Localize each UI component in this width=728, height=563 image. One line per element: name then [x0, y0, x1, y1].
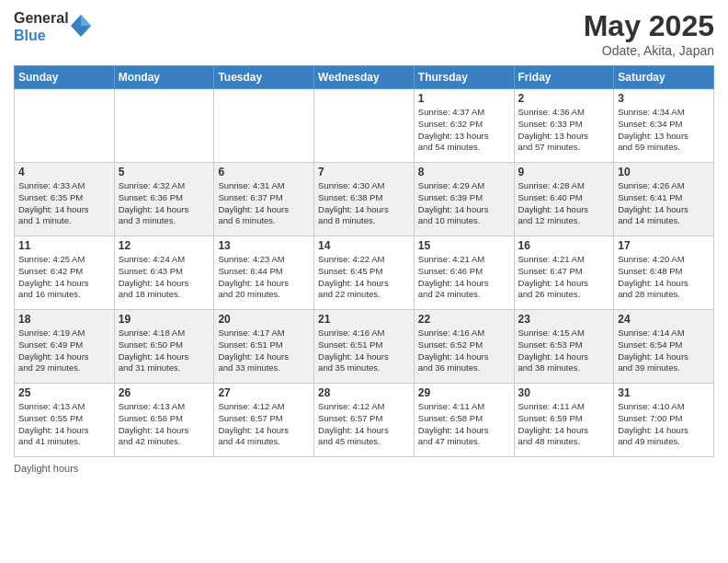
calendar-cell: 21Sunrise: 4:16 AMSunset: 6:51 PMDayligh…: [314, 310, 415, 384]
day-number: 18: [18, 313, 110, 326]
day-info: Daylight: 13 hours: [618, 131, 710, 143]
day-number: 30: [518, 386, 610, 399]
day-info: Daylight: 14 hours: [18, 425, 110, 437]
day-number: 23: [518, 313, 610, 326]
day-info: and 26 minutes.: [518, 289, 610, 301]
calendar-cell: 26Sunrise: 4:13 AMSunset: 6:56 PMDayligh…: [114, 384, 214, 457]
day-info: Sunset: 6:39 PM: [418, 192, 510, 204]
day-info: Sunrise: 4:21 AM: [418, 254, 510, 266]
day-info: Sunset: 6:47 PM: [518, 266, 610, 278]
day-info: Daylight: 14 hours: [318, 278, 410, 290]
day-info: Daylight: 14 hours: [618, 351, 710, 363]
calendar-cell: 10Sunrise: 4:26 AMSunset: 6:41 PMDayligh…: [614, 163, 714, 236]
header-monday: Monday: [114, 66, 214, 89]
day-number: 1: [418, 92, 510, 105]
day-info: Daylight: 14 hours: [218, 351, 310, 363]
day-number: 24: [618, 313, 710, 326]
day-info: and 47 minutes.: [418, 436, 510, 448]
calendar-week-3: 18Sunrise: 4:19 AMSunset: 6:49 PMDayligh…: [15, 310, 714, 384]
day-info: Daylight: 14 hours: [418, 425, 510, 437]
day-info: Sunrise: 4:13 AM: [119, 401, 210, 413]
day-info: Sunset: 6:51 PM: [318, 339, 410, 351]
day-number: 6: [218, 166, 310, 178]
day-number: 15: [418, 239, 510, 252]
day-info: Sunset: 6:50 PM: [119, 339, 210, 351]
day-number: 31: [618, 386, 710, 399]
day-info: Daylight: 14 hours: [119, 278, 210, 290]
day-info: Sunrise: 4:32 AM: [119, 180, 210, 192]
day-info: Sunset: 7:00 PM: [618, 413, 710, 425]
day-info: and 24 minutes.: [418, 289, 510, 301]
day-info: and 18 minutes.: [119, 289, 210, 301]
day-info: Sunrise: 4:22 AM: [318, 254, 410, 266]
day-info: Sunset: 6:36 PM: [119, 192, 210, 204]
calendar-cell: [15, 89, 115, 163]
logo: General Blue: [14, 9, 91, 44]
day-info: Sunset: 6:52 PM: [418, 339, 510, 351]
calendar-cell: 23Sunrise: 4:15 AMSunset: 6:53 PMDayligh…: [514, 310, 614, 384]
calendar-cell: 3Sunrise: 4:34 AMSunset: 6:34 PMDaylight…: [614, 89, 714, 163]
day-info: Sunset: 6:33 PM: [518, 119, 610, 131]
day-info: Daylight: 14 hours: [18, 278, 110, 290]
svg-marker-1: [81, 15, 91, 26]
day-info: and 38 minutes.: [518, 362, 610, 374]
calendar-cell: [114, 89, 214, 163]
day-info: Daylight: 14 hours: [518, 278, 610, 290]
day-info: Daylight: 14 hours: [418, 351, 510, 363]
calendar-header-row: Sunday Monday Tuesday Wednesday Thursday…: [15, 66, 714, 89]
day-info: Sunrise: 4:16 AM: [318, 327, 410, 339]
calendar-cell: 14Sunrise: 4:22 AMSunset: 6:45 PMDayligh…: [314, 236, 415, 310]
day-info: Sunset: 6:42 PM: [18, 266, 110, 278]
day-info: and 10 minutes.: [418, 215, 510, 227]
day-number: 10: [618, 166, 710, 178]
day-info: and 1 minute.: [18, 215, 110, 227]
day-info: Sunrise: 4:10 AM: [618, 401, 710, 413]
day-info: Sunset: 6:32 PM: [418, 119, 510, 131]
calendar-cell: 22Sunrise: 4:16 AMSunset: 6:52 PMDayligh…: [414, 310, 514, 384]
month-title: May 2025: [584, 9, 714, 43]
calendar-cell: 17Sunrise: 4:20 AMSunset: 6:48 PMDayligh…: [614, 236, 714, 310]
day-info: Daylight: 14 hours: [418, 204, 510, 216]
day-info: Daylight: 14 hours: [318, 351, 410, 363]
day-info: and 45 minutes.: [318, 436, 410, 448]
day-number: 9: [518, 166, 610, 178]
day-info: and 42 minutes.: [119, 436, 210, 448]
day-info: Sunset: 6:40 PM: [518, 192, 610, 204]
day-info: Sunset: 6:58 PM: [418, 413, 510, 425]
day-info: and 48 minutes.: [518, 436, 610, 448]
day-info: Daylight: 14 hours: [318, 425, 410, 437]
day-info: Sunrise: 4:31 AM: [218, 180, 310, 192]
header: General Blue May 2025 Odate, Akita, Japa…: [14, 9, 714, 58]
day-info: Sunrise: 4:34 AM: [618, 107, 710, 119]
day-info: Sunset: 6:53 PM: [518, 339, 610, 351]
day-number: 14: [318, 239, 410, 252]
day-info: and 14 minutes.: [618, 215, 710, 227]
location: Odate, Akita, Japan: [584, 43, 714, 58]
day-info: Sunset: 6:41 PM: [618, 192, 710, 204]
day-number: 22: [418, 313, 510, 326]
day-info: Sunrise: 4:23 AM: [218, 254, 310, 266]
day-number: 4: [18, 166, 110, 178]
day-info: Sunset: 6:57 PM: [318, 413, 410, 425]
day-info: Daylight: 14 hours: [218, 425, 310, 437]
day-number: 8: [418, 166, 510, 178]
day-info: Daylight: 14 hours: [618, 425, 710, 437]
day-info: Sunset: 6:56 PM: [119, 413, 210, 425]
day-number: 2: [518, 92, 610, 105]
calendar-cell: 2Sunrise: 4:36 AMSunset: 6:33 PMDaylight…: [514, 89, 614, 163]
day-info: Sunset: 6:34 PM: [618, 119, 710, 131]
day-info: and 22 minutes.: [318, 289, 410, 301]
calendar-week-2: 11Sunrise: 4:25 AMSunset: 6:42 PMDayligh…: [15, 236, 714, 310]
day-number: 19: [119, 313, 210, 326]
day-info: Sunset: 6:37 PM: [218, 192, 310, 204]
day-info: Sunset: 6:43 PM: [119, 266, 210, 278]
day-info: and 20 minutes.: [218, 289, 310, 301]
day-number: 17: [618, 239, 710, 252]
day-info: Sunrise: 4:29 AM: [418, 180, 510, 192]
page: General Blue May 2025 Odate, Akita, Japa…: [0, 0, 728, 563]
day-info: Sunset: 6:48 PM: [618, 266, 710, 278]
day-info: Daylight: 14 hours: [218, 204, 310, 216]
calendar-cell: 19Sunrise: 4:18 AMSunset: 6:50 PMDayligh…: [114, 310, 214, 384]
calendar-cell: [314, 89, 415, 163]
daylight-label: Daylight hours: [14, 463, 78, 474]
